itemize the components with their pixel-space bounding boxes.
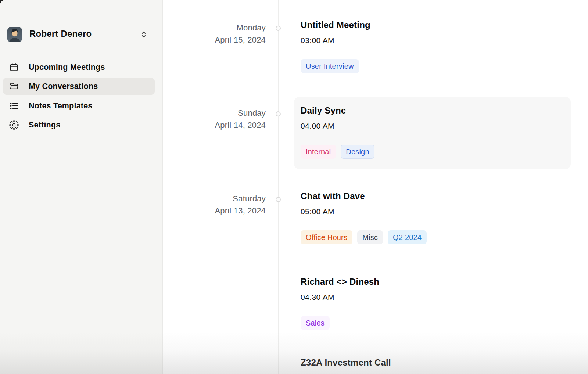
sidebar-item-my-conversations[interactable]: My Conversations [3,78,155,95]
sidebar-item-notes-templates[interactable]: Notes Templates [3,97,155,114]
avatar[interactable] [7,27,22,42]
meeting-item-richard-dinesh[interactable]: Richard <> Dinesh 04:30 AM Sales [301,276,379,330]
meeting-item-untitled-meeting[interactable]: Untitled Meeting 03:00 AM User Interview [301,19,370,73]
sidebar-item-label: Upcoming Meetings [29,63,105,72]
date-label: Monday April 15, 2024 [155,22,266,46]
tag-design[interactable]: Design [341,145,374,159]
date: April 14, 2024 [155,119,266,131]
meeting-item-chat-with-dave[interactable]: Chat with Dave 05:00 AM Office Hours Mis… [301,191,427,244]
date-label: Sunday April 14, 2024 [155,107,266,131]
meeting-tags: Office Hours Misc Q2 2024 [301,230,427,244]
chevron-up-down-icon[interactable] [140,29,148,40]
date: April 13, 2024 [155,205,266,217]
timeline-dot [276,111,281,116]
timeline-line [278,0,279,374]
sidebar-item-label: Settings [29,121,60,130]
sidebar-item-label: My Conversations [29,82,98,91]
sidebar-item-upcoming-meetings[interactable]: Upcoming Meetings [3,59,155,76]
meeting-title: Z32A Investment Call [301,357,391,368]
gear-icon [9,120,19,130]
meeting-time: 05:00 AM [301,207,427,216]
meeting-tags: Internal Design [301,145,374,159]
sidebar: Robert Denero Upcoming Meetings [0,0,163,374]
meeting-tags: Sales [301,316,379,330]
meeting-notes-app: Robert Denero Upcoming Meetings [0,0,588,374]
sidebar-item-settings[interactable]: Settings [3,116,155,133]
timeline-dot [276,197,281,202]
meeting-item-z32a-investment-call[interactable]: Z32A Investment Call [301,357,391,368]
date: April 15, 2024 [155,34,266,46]
tag-internal[interactable]: Internal [301,145,336,159]
tag-office-hours[interactable]: Office Hours [301,230,352,244]
meeting-time: 03:00 AM [301,36,370,45]
calendar-icon [9,62,19,72]
tag-sales[interactable]: Sales [301,316,330,330]
day-of-week: Monday [155,22,266,34]
tag-misc[interactable]: Misc [357,230,383,244]
meeting-title: Daily Sync [301,105,374,116]
profile-switcher[interactable]: Robert Denero [0,24,163,45]
meeting-title: Untitled Meeting [301,19,370,30]
list-icon [9,101,19,111]
folder-icon [9,82,19,91]
day-of-week: Sunday [155,107,266,119]
timeline-dot [276,26,281,31]
sidebar-item-label: Notes Templates [29,101,92,111]
meeting-title: Chat with Dave [301,191,427,202]
meeting-title: Richard <> Dinesh [301,276,379,287]
meeting-time: 04:30 AM [301,292,379,302]
tag-user-interview[interactable]: User Interview [301,59,359,73]
profile-name: Robert Denero [29,29,92,39]
day-of-week: Saturday [155,193,266,205]
meeting-item-daily-sync[interactable]: Daily Sync 04:00 AM Internal Design [301,105,374,159]
tag-q2-2024[interactable]: Q2 2024 [388,230,427,244]
meeting-tags: User Interview [301,59,370,73]
meeting-time: 04:00 AM [301,121,374,131]
date-label: Saturday April 13, 2024 [155,193,266,217]
